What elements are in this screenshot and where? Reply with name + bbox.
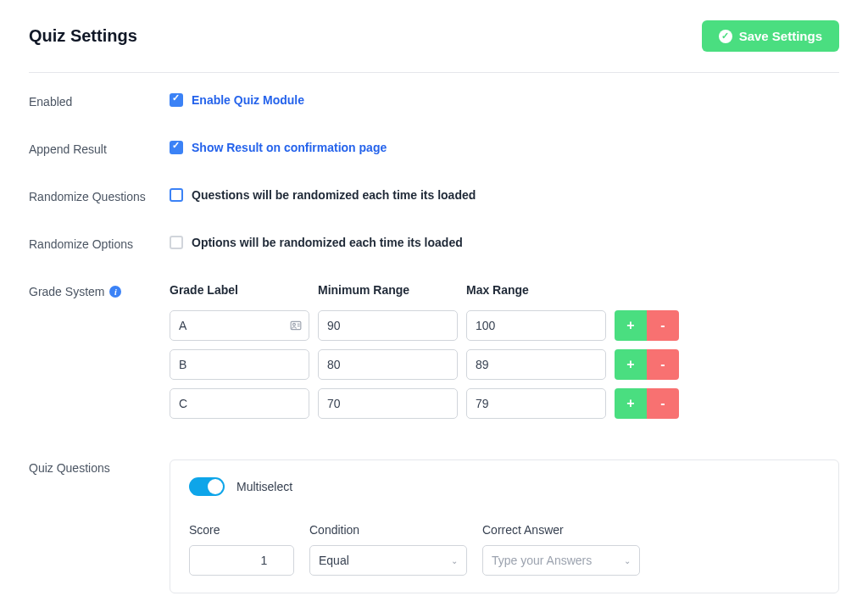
randomize-options-checkbox[interactable] (170, 236, 183, 249)
quiz-questions-label: Quiz Questions (29, 459, 170, 475)
max-range-input[interactable] (466, 388, 606, 419)
grade-row: + - (170, 349, 839, 380)
score-header: Score (189, 523, 294, 537)
info-icon[interactable]: i (109, 286, 121, 298)
append-result-label: Append Result (29, 141, 170, 156)
multiselect-toggle[interactable] (189, 477, 225, 496)
check-icon: ✓ (719, 30, 732, 43)
max-range-input[interactable] (466, 310, 606, 341)
grade-label-input[interactable] (170, 388, 309, 419)
chevron-down-icon: ⌄ (451, 556, 458, 565)
save-button-label: Save Settings (739, 29, 822, 43)
append-result-row: Append Result Show Result on confirmatio… (29, 141, 839, 156)
page-title: Quiz Settings (29, 26, 137, 46)
add-grade-button[interactable]: + (615, 310, 647, 341)
show-result-checkbox[interactable] (170, 141, 183, 154)
max-range-input[interactable] (466, 349, 606, 380)
correct-answer-header: Correct Answer (482, 523, 640, 537)
remove-grade-button[interactable]: - (647, 310, 679, 341)
settings-header: Quiz Settings ✓ Save Settings (29, 20, 839, 73)
quiz-question-row: ▲ ▼ Equal ⌄ Type your Answers ⌄ (189, 545, 820, 576)
min-range-input[interactable] (318, 310, 458, 341)
remove-grade-button[interactable]: - (647, 388, 679, 419)
randomize-questions-row: Randomize Questions Questions will be ra… (29, 188, 839, 203)
min-range-header: Minimum Range (318, 283, 458, 297)
score-input-wrap: ▲ ▼ (189, 545, 294, 576)
randomize-questions-checkbox[interactable] (170, 188, 183, 202)
chevron-down-icon: ⌄ (624, 556, 631, 565)
multiselect-label: Multiselect (236, 480, 292, 493)
enabled-row: Enabled Enable Quiz Module (29, 93, 839, 109)
multiselect-row: Multiselect (189, 477, 820, 496)
randomize-options-row: Randomize Options Options will be random… (29, 236, 839, 251)
min-range-input[interactable] (318, 388, 458, 419)
contact-card-icon (289, 320, 303, 331)
condition-header: Condition (309, 523, 467, 537)
quiz-questions-panel: Multiselect Score Condition Correct Answ… (170, 459, 839, 593)
add-grade-button[interactable]: + (615, 388, 647, 419)
condition-value: Equal (319, 554, 349, 567)
min-range-input[interactable] (318, 349, 458, 380)
remove-grade-button[interactable]: - (647, 349, 679, 380)
grade-system-label-text: Grade System (29, 285, 104, 298)
enabled-label: Enabled (29, 93, 170, 109)
grade-table-header: Grade Label Minimum Range Max Range (170, 283, 839, 297)
randomize-options-text: Options will be randomized each time its… (192, 236, 463, 249)
grade-row: + - (170, 310, 839, 341)
grade-row: + - (170, 388, 839, 419)
max-range-header: Max Range (466, 283, 606, 297)
randomize-options-label: Randomize Options (29, 236, 170, 251)
quiz-questions-row: Quiz Questions Multiselect Score Conditi… (29, 459, 839, 593)
grade-label-input[interactable] (170, 349, 309, 380)
grade-system-label: Grade System i (29, 283, 170, 298)
grade-system-row: Grade System i Grade Label Minimum Range… (29, 283, 839, 427)
randomize-questions-text: Questions will be randomized each time i… (192, 188, 476, 202)
add-grade-button[interactable]: + (615, 349, 647, 380)
correct-answer-placeholder: Type your Answers (492, 554, 592, 567)
enable-quiz-label[interactable]: Enable Quiz Module (192, 93, 304, 107)
svg-point-1 (293, 323, 296, 326)
save-settings-button[interactable]: ✓ Save Settings (702, 20, 839, 52)
grade-label-header: Grade Label (170, 283, 309, 297)
enable-quiz-checkbox[interactable] (170, 93, 183, 107)
condition-select[interactable]: Equal ⌄ (309, 545, 467, 576)
quiz-question-header: Score Condition Correct Answer (189, 523, 820, 537)
show-result-label[interactable]: Show Result on confirmation page (192, 141, 387, 154)
randomize-questions-label: Randomize Questions (29, 188, 170, 203)
correct-answer-select[interactable]: Type your Answers ⌄ (482, 545, 640, 576)
